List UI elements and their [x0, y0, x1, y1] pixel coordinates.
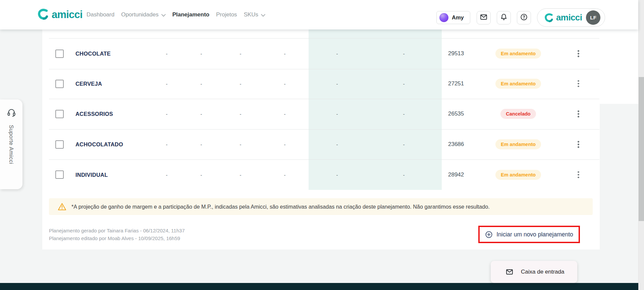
- value-cell: -: [336, 111, 338, 117]
- table-row: CHOCOLATE ------ 29513 Em andamento: [49, 38, 599, 69]
- value-cell: -: [403, 51, 405, 57]
- row-checkbox[interactable]: [55, 110, 64, 118]
- value-cell: -: [336, 172, 338, 177]
- value-cell: -: [284, 172, 286, 177]
- category-label: ACESSORIOS: [75, 111, 113, 117]
- status-badge-wrap: Em andamento: [491, 79, 545, 89]
- table-row: INDIVIDUAL ------ 28942 Em andamento: [49, 159, 599, 190]
- main-navigation: Dashboard Oportunidades Planejamento Pro…: [83, 0, 269, 29]
- org-initials-avatar: LF: [586, 10, 600, 25]
- scrollbar-thumb[interactable]: [639, 77, 644, 221]
- org-chip[interactable]: amicci LF: [537, 8, 605, 27]
- value-cell: -: [201, 51, 202, 57]
- code-cell: 26535: [448, 111, 464, 117]
- row-checkbox[interactable]: [55, 80, 64, 88]
- help-button[interactable]: [517, 11, 531, 24]
- code-cell: 29513: [448, 50, 464, 57]
- status-badge: Em andamento: [495, 139, 541, 149]
- value-cell: -: [240, 172, 241, 177]
- mail-icon: [505, 268, 514, 276]
- inbox-label: Caixa de entrada: [521, 269, 564, 275]
- code-cell: 28942: [448, 171, 464, 178]
- table-row: CERVEJA ------ 27251 Em andamento: [49, 69, 599, 99]
- status-badge-wrap: Cancelado: [491, 109, 545, 119]
- row-menu-button[interactable]: [576, 78, 581, 89]
- value-cell: -: [336, 142, 338, 147]
- status-badge-wrap: Em andamento: [491, 49, 545, 59]
- value-cell: -: [240, 142, 241, 147]
- nav-projetos[interactable]: Projetos: [216, 11, 237, 18]
- status-badge: Em andamento: [495, 170, 541, 180]
- brand-logo[interactable]: amicci: [37, 8, 83, 21]
- value-cell: -: [403, 111, 405, 117]
- amicci-logo-icon: [544, 13, 554, 22]
- nav-oportunidades[interactable]: Oportunidades: [121, 11, 166, 18]
- planning-table-card: CHOCOLATE ------ 29513 Em andamento CERV…: [42, 29, 600, 249]
- user-chip[interactable]: Amy: [436, 11, 470, 24]
- nav-label: Projetos: [216, 11, 237, 18]
- value-cell: -: [336, 81, 338, 86]
- value-cell: -: [403, 142, 405, 147]
- mail-button[interactable]: [477, 11, 491, 24]
- new-planning-button[interactable]: Iniciar um novo planejamento: [478, 226, 580, 243]
- support-tab-label: Suporte Amicci: [8, 125, 14, 164]
- footer-bar: [0, 283, 638, 290]
- support-tab[interactable]: Suporte Amicci: [0, 99, 22, 189]
- plus-circle-icon: [485, 231, 493, 238]
- status-badge: Em andamento: [495, 79, 541, 89]
- edited-by-text: Planejamento editado por Moab Alves - 10…: [49, 235, 180, 241]
- chevron-down-icon: [161, 12, 166, 18]
- category-label: CHOCOLATE: [75, 51, 111, 57]
- nav-label: SKUs: [244, 11, 258, 18]
- value-cell: -: [284, 142, 286, 147]
- row-checkbox[interactable]: [55, 50, 64, 58]
- code-cell: 23686: [448, 141, 464, 148]
- status-badge-wrap: Em andamento: [491, 139, 545, 149]
- category-label: CERVEJA: [75, 80, 102, 87]
- disclaimer-banner: *A projeção de ganho de margem e a parti…: [49, 198, 593, 215]
- row-menu-button[interactable]: [576, 108, 581, 120]
- category-label: INDIVIDUAL: [75, 171, 108, 178]
- mail-icon: [480, 13, 488, 22]
- value-cell: -: [166, 51, 168, 57]
- value-cell: -: [201, 172, 202, 177]
- value-cell: -: [240, 111, 241, 117]
- row-menu-button[interactable]: [576, 48, 581, 59]
- value-cell: -: [166, 142, 168, 147]
- help-icon: [520, 13, 528, 22]
- nav-planejamento[interactable]: Planejamento: [172, 11, 210, 18]
- status-badge: Cancelado: [500, 109, 536, 119]
- user-name: Amy: [452, 14, 464, 21]
- brand-wordmark: amicci: [52, 9, 83, 21]
- nav-dashboard[interactable]: Dashboard: [87, 11, 114, 18]
- value-cell: -: [166, 81, 168, 86]
- chevron-down-icon: [261, 12, 265, 18]
- generated-by-text: Planejamento gerado por Tainara Farias -…: [49, 228, 185, 233]
- new-planning-label: Iniciar um novo planejamento: [496, 231, 573, 238]
- value-cell: -: [166, 172, 168, 177]
- value-cell: -: [284, 81, 286, 86]
- nav-skus[interactable]: SKUs: [244, 11, 265, 18]
- top-navbar: amicci Dashboard Oportunidades Planejame…: [0, 0, 638, 29]
- table-row: ACHOCOLATADO ------ 23686 Em andamento: [49, 129, 599, 160]
- row-checkbox[interactable]: [55, 170, 64, 179]
- value-cell: -: [240, 51, 241, 57]
- inbox-button[interactable]: Caixa de entrada: [491, 261, 577, 283]
- disclaimer-text: *A projeção de ganho de margem e a parti…: [71, 204, 490, 210]
- nav-label: Oportunidades: [121, 11, 159, 18]
- notifications-button[interactable]: [497, 11, 511, 24]
- value-cell: -: [201, 111, 202, 117]
- warning-icon: [58, 203, 66, 211]
- nav-label: Planejamento: [172, 11, 210, 18]
- avatar: [439, 13, 448, 22]
- value-cell: -: [201, 142, 202, 147]
- background-panel: [600, 29, 638, 104]
- row-menu-button[interactable]: [576, 139, 581, 150]
- bell-icon: [500, 13, 508, 22]
- value-cell: -: [201, 81, 202, 86]
- row-menu-button[interactable]: [576, 169, 581, 180]
- row-checkbox[interactable]: [55, 140, 64, 149]
- value-cell: -: [284, 51, 286, 57]
- amicci-logo-icon: [37, 8, 50, 21]
- value-cell: -: [403, 81, 405, 86]
